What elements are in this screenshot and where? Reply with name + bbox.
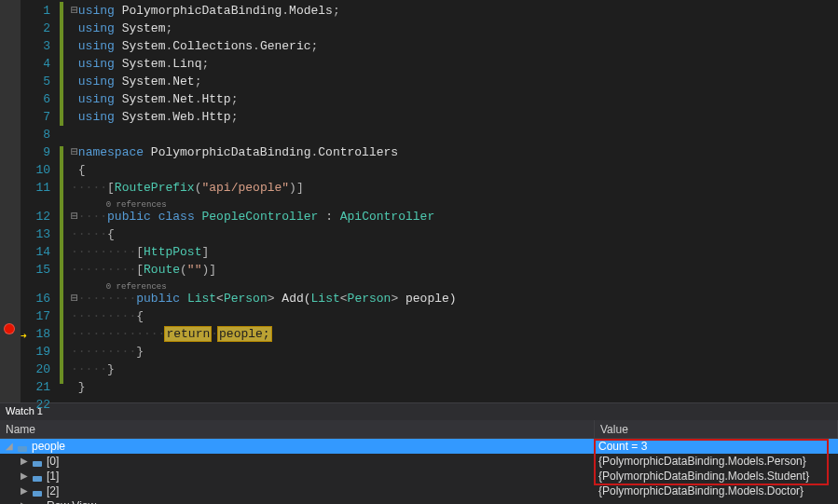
line-number: 6 (21, 90, 50, 108)
code-line[interactable]: ·········[Route("")] (71, 261, 838, 279)
codelens-reference-count[interactable]: 0 references (71, 279, 838, 290)
line-number: 13 (21, 225, 50, 243)
line-number: 8 (21, 126, 50, 143)
svg-rect-2 (33, 476, 42, 482)
line-number: 9 (21, 143, 50, 161)
watch-panel: Watch 1 Name Value ◢peopleCount = 3▶[0]{… (0, 402, 838, 504)
code-line[interactable]: using System.Linq; (71, 55, 838, 73)
code-line[interactable]: using System; (71, 20, 838, 37)
breakpoint-icon[interactable] (4, 323, 15, 334)
watch-variable-value: {PolymorphicDataBinding.Models.Student} (595, 469, 838, 484)
code-line[interactable]: ⊟using PolymorphicDataBinding.Models; (71, 2, 838, 20)
watch-row[interactable]: ▶Raw View (0, 498, 838, 504)
line-number: 7 (21, 108, 50, 126)
watch-grid: Name Value ◢peopleCount = 3▶[0]{Polymorp… (0, 420, 838, 504)
code-line[interactable]: } (71, 378, 838, 396)
watch-variable-name: Raw View (47, 498, 96, 504)
line-number: 16 (21, 290, 50, 307)
line-number: 15 (21, 261, 50, 279)
watch-variable-name: people (32, 439, 65, 454)
line-number: 17 (21, 307, 50, 325)
execution-pointer-icon: ➜ (21, 328, 27, 346)
expander-icon[interactable]: ▶ (19, 454, 30, 469)
expander-icon[interactable]: ▶ (19, 484, 30, 498)
watch-rows: ◢peopleCount = 3▶[0]{PolymorphicDataBind… (0, 439, 838, 504)
code-line[interactable]: using System.Collections.Generic; (71, 37, 838, 55)
watch-variable-value: {PolymorphicDataBinding.Models.Doctor} (595, 484, 838, 498)
line-number: 10 (21, 161, 50, 179)
watch-row[interactable]: ▶[1]{PolymorphicDataBinding.Models.Stude… (0, 469, 838, 484)
line-number: 20 (21, 361, 50, 378)
code-line[interactable]: using System.Net.Http; (71, 90, 838, 108)
code-editor[interactable]: 12345678910111213141516171819202122 ⊟usi… (0, 0, 838, 402)
line-number: 14 (21, 243, 50, 261)
code-line[interactable]: ⊟········public List<Person> Add(List<Pe… (71, 290, 838, 307)
line-number: 21 (21, 378, 50, 396)
codelens-reference-count[interactable]: 0 references (71, 197, 838, 208)
code-line[interactable] (71, 126, 838, 143)
code-line[interactable]: using System.Net; (71, 73, 838, 90)
code-line[interactable]: ·········{ (71, 307, 838, 325)
watch-header: Name Value (0, 420, 838, 439)
variable-icon (32, 456, 45, 467)
watch-variable-value (595, 498, 838, 504)
code-line[interactable] (71, 396, 838, 414)
code-line[interactable]: { (71, 161, 838, 179)
code-line[interactable]: ⊟namespace PolymorphicDataBinding.Contro… (71, 143, 838, 161)
code-line[interactable]: ·····[RoutePrefix("api/people")] (71, 179, 838, 197)
code-line[interactable]: ⊟····public class PeopleController : Api… (71, 208, 838, 225)
expander-icon[interactable]: ▶ (19, 498, 30, 504)
code-line[interactable]: ·····} (71, 361, 838, 378)
code-line[interactable]: ➜·············return·people; (71, 325, 838, 343)
code-content[interactable]: ⊟using PolymorphicDataBinding.Models; us… (67, 0, 838, 402)
line-number: 2 (21, 20, 50, 37)
variable-icon (32, 485, 45, 497)
line-number: 3 (21, 37, 50, 55)
variable-icon (17, 441, 30, 452)
raw-view-icon (32, 500, 45, 504)
watch-row[interactable]: ◢peopleCount = 3 (0, 439, 838, 454)
svg-rect-0 (18, 446, 27, 452)
line-number: 12 (21, 208, 50, 225)
code-line[interactable]: ·····{ (71, 225, 838, 243)
line-number: 11 (21, 179, 50, 197)
variable-icon (32, 470, 45, 482)
watch-variable-name: [2] (47, 484, 59, 498)
watch-header-value[interactable]: Value (595, 420, 838, 438)
watch-variable-name: [1] (47, 469, 59, 484)
watch-variable-value: Count = 3 (595, 439, 838, 454)
svg-rect-1 (33, 461, 42, 467)
watch-row[interactable]: ▶[2]{PolymorphicDataBinding.Models.Docto… (0, 484, 838, 498)
line-number: 22 (21, 396, 50, 414)
code-line[interactable]: ·········[HttpPost] (71, 243, 838, 261)
code-line[interactable]: ·········} (71, 343, 838, 361)
expander-icon[interactable]: ▶ (19, 469, 30, 484)
line-number: 4 (21, 55, 50, 73)
watch-variable-name: [0] (47, 454, 59, 469)
breakpoint-gutter[interactable] (0, 0, 21, 402)
expander-icon[interactable]: ◢ (4, 439, 15, 454)
change-marker-bar (58, 0, 67, 402)
watch-header-name[interactable]: Name (0, 420, 595, 438)
watch-row[interactable]: ▶[0]{PolymorphicDataBinding.Models.Perso… (0, 454, 838, 469)
svg-rect-3 (33, 491, 42, 497)
watch-variable-value: {PolymorphicDataBinding.Models.Person} (595, 454, 838, 469)
code-line[interactable]: using System.Web.Http; (71, 108, 838, 126)
line-number: 5 (21, 73, 50, 90)
line-number: 1 (21, 2, 50, 20)
